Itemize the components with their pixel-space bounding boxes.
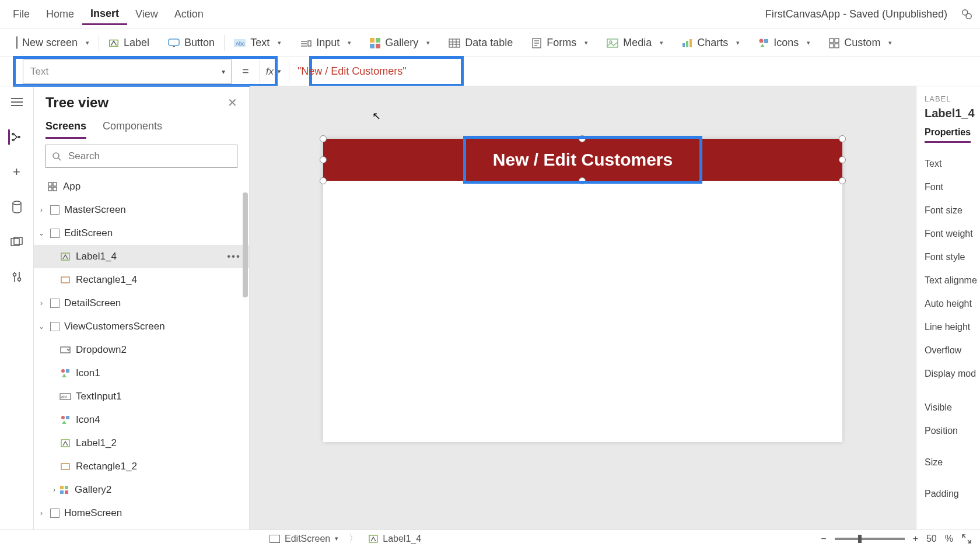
tree-search-input[interactable]: [67, 150, 231, 163]
resize-handle[interactable]: [839, 177, 846, 184]
zoom-in-button[interactable]: +: [913, 534, 918, 544]
rail-insert-icon[interactable]: +: [9, 164, 24, 180]
chevron-right-icon[interactable]: ›: [37, 206, 46, 214]
rail-media-icon[interactable]: [9, 234, 24, 250]
tree-node-editscreen[interactable]: ⌄ EditScreen: [34, 222, 249, 245]
ribbon-icons[interactable]: Icons: [749, 29, 820, 57]
property-selector[interactable]: Text ▾: [23, 59, 232, 84]
tab-properties[interactable]: Properties: [925, 127, 971, 143]
tree-node-gallery2[interactable]: › Gallery2: [34, 478, 249, 502]
formula-input[interactable]: "New / Edit Customers": [289, 59, 980, 84]
ribbon-text-label: Text: [250, 37, 270, 49]
tree-node-homescreen[interactable]: › HomeScreen: [34, 502, 249, 525]
ribbon-forms[interactable]: Forms: [522, 29, 597, 57]
resize-handle[interactable]: [320, 177, 327, 184]
prop-font-style[interactable]: Font style: [925, 246, 980, 269]
breadcrumb-screen[interactable]: EditScreen ▾: [270, 534, 338, 544]
prop-auto-height[interactable]: Auto height: [925, 292, 980, 315]
ribbon-text[interactable]: Abc Text: [225, 29, 290, 57]
checkbox[interactable]: [50, 299, 60, 308]
checkbox[interactable]: [50, 205, 60, 215]
tree-node-label1-2[interactable]: Label1_2: [34, 432, 249, 455]
rail-data-icon[interactable]: [9, 199, 24, 215]
tree-node-viewcustomersscreen[interactable]: ⌄ ViewCustomersScreen: [34, 315, 249, 338]
resize-handle[interactable]: [579, 177, 586, 184]
menu-action[interactable]: Action: [166, 5, 212, 24]
prop-text[interactable]: Text: [925, 152, 980, 176]
prop-position[interactable]: Position: [925, 419, 980, 443]
ribbon-gallery[interactable]: Gallery: [360, 29, 439, 57]
chevron-down-icon[interactable]: ⌄: [37, 322, 46, 331]
scrollbar-thumb[interactable]: [243, 192, 248, 297]
ribbon-new-screen[interactable]: New screen: [7, 29, 99, 57]
menu-home[interactable]: Home: [38, 5, 82, 24]
prop-display-mode[interactable]: Display mod: [925, 362, 980, 385]
canvas-header-label[interactable]: New / Edit Customers: [493, 150, 673, 170]
tree-search[interactable]: [46, 145, 237, 168]
prop-font-size[interactable]: Font size: [925, 199, 980, 222]
ribbon-input[interactable]: Input: [290, 29, 360, 57]
close-icon[interactable]: ✕: [228, 96, 237, 110]
chevron-right-icon[interactable]: ›: [37, 509, 46, 517]
zoom-slider-knob[interactable]: [858, 535, 862, 543]
tree-node-masterscreen[interactable]: › MasterScreen: [34, 198, 249, 222]
prop-visible[interactable]: Visible: [925, 396, 980, 419]
tab-components[interactable]: Components: [103, 120, 162, 139]
menu-file[interactable]: File: [5, 5, 38, 24]
fullscreen-icon[interactable]: [961, 534, 972, 544]
chevron-down-icon: ▾: [277, 68, 281, 75]
tree-node-icon4[interactable]: Icon4: [34, 408, 249, 432]
tree-node-dropdown2[interactable]: Dropdown2: [34, 338, 249, 362]
canvas[interactable]: New / Edit Customers: [323, 139, 842, 442]
ribbon-media[interactable]: Media: [597, 29, 673, 57]
menu-view[interactable]: View: [127, 5, 166, 24]
prop-text-align[interactable]: Text alignme: [925, 269, 980, 292]
prop-font-weight[interactable]: Font weight: [925, 222, 980, 246]
resize-handle[interactable]: [579, 135, 586, 142]
rail-tree-view-icon[interactable]: [8, 129, 23, 145]
breadcrumb-element[interactable]: Label1_4: [369, 534, 421, 544]
checkbox[interactable]: [50, 509, 60, 518]
zoom-slider[interactable]: [835, 538, 905, 540]
checkbox[interactable]: [50, 322, 60, 331]
ribbon-label[interactable]: Label: [99, 29, 159, 57]
svg-rect-10: [370, 38, 374, 43]
ribbon-data-table[interactable]: Data table: [439, 29, 522, 57]
tree-node-label1-4[interactable]: Label1_4 •••: [34, 245, 249, 268]
diagnostics-icon[interactable]: [958, 8, 975, 21]
ribbon-custom[interactable]: Custom: [820, 29, 901, 57]
resize-handle[interactable]: [320, 135, 327, 142]
prop-overflow[interactable]: Overflow: [925, 339, 980, 362]
chevron-down-icon[interactable]: ⌄: [37, 229, 46, 237]
chevron-right-icon[interactable]: ›: [50, 486, 58, 494]
prop-size[interactable]: Size: [925, 451, 980, 474]
resize-handle[interactable]: [839, 135, 846, 142]
tree-node-icon1[interactable]: Icon1: [34, 362, 249, 385]
rail-hamburger-icon[interactable]: [9, 94, 24, 110]
zoom-out-button[interactable]: −: [821, 534, 826, 544]
breadcrumb-label: EditScreen: [285, 534, 330, 544]
ribbon-button[interactable]: Button: [159, 29, 224, 57]
ribbon-charts[interactable]: Charts: [673, 29, 749, 57]
checkbox[interactable]: [50, 229, 60, 238]
chevron-right-icon[interactable]: ›: [37, 299, 46, 307]
prop-padding[interactable]: Padding: [925, 482, 980, 506]
rail-advanced-icon[interactable]: [9, 269, 24, 285]
tree-node-textinput1[interactable]: abl TextInput1: [34, 385, 249, 408]
prop-font[interactable]: Font: [925, 176, 980, 199]
more-icon[interactable]: •••: [227, 251, 241, 262]
ribbon-data-table-label: Data table: [465, 37, 513, 49]
tree-node-app[interactable]: App: [34, 175, 249, 198]
tab-screens[interactable]: Screens: [46, 120, 86, 139]
canvas-header-rectangle[interactable]: New / Edit Customers: [323, 139, 842, 181]
tree-node-rectangle1-2[interactable]: Rectangle1_2: [34, 455, 249, 478]
menu-insert[interactable]: Insert: [82, 4, 127, 25]
resize-handle[interactable]: [839, 156, 846, 163]
resize-handle[interactable]: [320, 156, 327, 163]
tree-node-detailscreen[interactable]: › DetailScreen: [34, 292, 249, 315]
prop-line-height[interactable]: Line height: [925, 315, 980, 339]
fx-button[interactable]: fx ▾: [260, 59, 289, 84]
tree-node-rectangle1-4[interactable]: Rectangle1_4: [34, 268, 249, 292]
svg-text:Abc: Abc: [236, 41, 245, 47]
tree-node-label: MasterScreen: [64, 204, 126, 216]
